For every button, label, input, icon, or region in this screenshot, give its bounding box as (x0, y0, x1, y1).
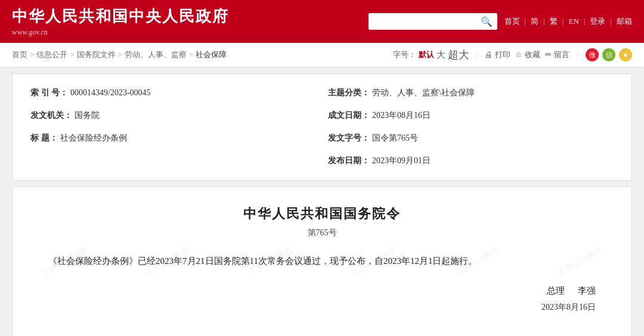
index-row: 索 引 号： 000014349/2023-00045 (30, 85, 316, 101)
toolbar-sep-1: | (476, 50, 478, 60)
bc-sep-1: > (30, 50, 34, 60)
nav-home[interactable]: 首页 (504, 16, 520, 27)
document-title: 中华人民共和国国务院令 (48, 205, 596, 223)
info-card: 索 引 号： 000014349/2023-00045 主题分类： 劳动、人事、… (12, 73, 632, 181)
index-value: 000014349/2023-00045 (70, 85, 151, 101)
font-xlarge-btn[interactable]: 超大 (448, 48, 469, 62)
nav-sep-5: | (610, 17, 612, 26)
nav-sep-3: | (562, 17, 564, 26)
nav-en[interactable]: EN (568, 17, 578, 26)
breadcrumb-bar: 首页 > 信息公开 > 国务院文件 > 劳动、人事、监察 > 社会保障 字号： … (0, 43, 644, 67)
date-made-row: 成文日期： 2023年08月16日 (328, 107, 614, 124)
doc-num-label: 发文字号： (328, 130, 370, 147)
breadcrumb: 首页 > 信息公开 > 国务院文件 > 劳动、人事、监察 > 社会保障 (12, 49, 227, 60)
issuer-row: 发文机关： 国务院 (30, 107, 316, 124)
social-icons: 微 信 ★ (586, 48, 632, 61)
doc-num-value: 国令第765号 (372, 130, 418, 147)
doc-num-row: 发文字号： 国令第765号 (328, 130, 614, 147)
info-grid: 索 引 号： 000014349/2023-00045 主题分类： 劳动、人事、… (30, 85, 614, 169)
date-made-label: 成文日期： (328, 107, 370, 124)
document-signature: 总理 李强 (48, 282, 596, 300)
note-icon: ✏ (545, 50, 552, 60)
breadcrumb-home[interactable]: 首页 (12, 49, 27, 60)
breadcrumb-docs[interactable]: 国务院文件 (77, 49, 116, 60)
favorite-icon[interactable]: ★ (619, 48, 632, 61)
print-icon: 🖨 (485, 50, 493, 60)
title-row: 标 题： 社会保险经办条例 (30, 130, 316, 147)
search-button[interactable]: 🔍 (476, 13, 497, 30)
nav-fan[interactable]: 繁 (550, 16, 558, 27)
topic-row: 主题分类： 劳动、人事、监察\社会保障 (328, 85, 614, 101)
issuer-label: 发文机关： (30, 107, 72, 124)
print-action[interactable]: 🖨 打印 (485, 49, 510, 60)
site-title: 中华人民共和国中央人民政府 (12, 6, 229, 27)
note-label: 留言 (554, 49, 569, 60)
bc-sep-4: > (189, 50, 193, 60)
bookmark-action[interactable]: ☆ 收藏 (515, 49, 540, 60)
pub-date-row: 发布日期： 2023年09月01日 (328, 153, 614, 169)
nav-login[interactable]: 登录 (590, 16, 605, 27)
document-card: 正保会计网校 正保会计网校 正保会计网校 正保会计网校 正保会计网校 正保会计网… (12, 186, 632, 336)
topic-label: 主题分类： (328, 85, 370, 101)
search-input[interactable] (369, 13, 476, 30)
font-size-control: 字号： 默认 大 超大 (393, 48, 469, 62)
nav-sep-2: | (543, 17, 545, 26)
bc-sep-2: > (70, 50, 74, 60)
bc-sep-3: > (118, 50, 122, 60)
header-nav: 首页 | 简 | 繁 | EN | 登录 | 邮箱 (504, 16, 632, 27)
index-label: 索 引 号： (30, 85, 68, 101)
header-right: 🔍 首页 | 简 | 繁 | EN | 登录 | 邮箱 (369, 13, 632, 30)
document-order-number: 第765号 (48, 228, 596, 238)
weibo-icon[interactable]: 微 (586, 48, 599, 61)
breadcrumb-labor[interactable]: 劳动、人事、监察 (125, 49, 187, 60)
header-left: 中华人民共和国中央人民政府 www.gov.cn (12, 6, 229, 37)
font-large-btn[interactable]: 大 (436, 49, 445, 61)
font-label: 字号： (393, 49, 416, 60)
pub-date-label: 发布日期： (328, 153, 370, 169)
font-default-btn[interactable]: 默认 (419, 49, 434, 60)
wechat-icon[interactable]: 信 (602, 48, 615, 61)
document-body: 《社会保险经办条例》已经2023年7月21日国务院第11次常务会议通过，现予公布… (48, 253, 596, 270)
breadcrumb-current: 社会保障 (196, 49, 227, 60)
main-content: 索 引 号： 000014349/2023-00045 主题分类： 劳动、人事、… (6, 73, 638, 336)
toolbar-sep-2: | (577, 50, 578, 60)
site-url: www.gov.cn (12, 28, 229, 37)
issuer-value: 国务院 (75, 107, 100, 124)
doc-name: 李强 (578, 286, 596, 295)
date-made-value: 2023年08月16日 (372, 107, 431, 124)
header: 中华人民共和国中央人民政府 www.gov.cn 🔍 首页 | 简 | 繁 | … (0, 0, 644, 43)
bookmark-icon: ☆ (515, 50, 522, 60)
document-date: 2023年8月16日 (48, 302, 596, 313)
breadcrumb-info[interactable]: 信息公开 (36, 49, 67, 60)
pub-date-value: 2023年09月01日 (372, 153, 431, 169)
nav-sep-1: | (525, 17, 527, 26)
note-action[interactable]: ✏ 留言 (545, 49, 569, 60)
nav-mail[interactable]: 邮箱 (617, 16, 632, 27)
print-label: 打印 (495, 49, 510, 60)
nav-sep-4: | (584, 17, 586, 26)
search-box[interactable]: 🔍 (369, 13, 497, 30)
doc-role: 总理 (547, 286, 565, 295)
title-value: 社会保险经办条例 (60, 130, 127, 147)
toolbar: 字号： 默认 大 超大 | 🖨 打印 ☆ 收藏 ✏ 留言 | 微 信 ★ (393, 48, 632, 62)
bookmark-label: 收藏 (525, 49, 540, 60)
nav-jian[interactable]: 简 (531, 16, 538, 27)
title-label: 标 题： (30, 130, 58, 147)
topic-value: 劳动、人事、监察\社会保障 (372, 85, 475, 101)
